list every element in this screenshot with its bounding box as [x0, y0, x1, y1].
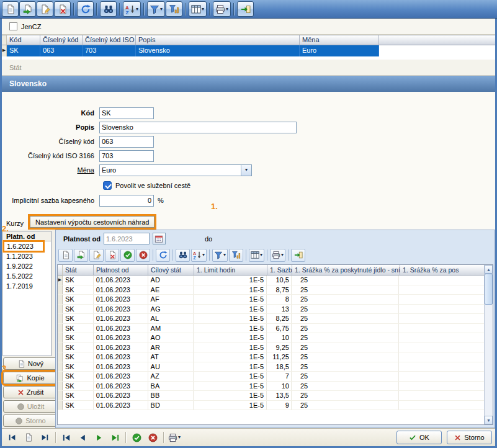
date-item[interactable]: 1.1.2023 [3, 251, 51, 261]
zrusit-button[interactable]: Zrušit [3, 386, 58, 398]
last-row-button[interactable] [107, 431, 122, 445]
nahrady-settings-button[interactable]: Nastavení výpočtu cestovních náhrad [30, 216, 154, 228]
detail-delete-button[interactable] [105, 249, 119, 262]
record-card-button[interactable] [21, 431, 36, 445]
table-row[interactable]: ▶SK01.06.2023AD1E-510,525 [58, 276, 484, 285]
detail-export-button[interactable] [291, 249, 305, 262]
scroll-down-button[interactable]: ▼ [485, 416, 493, 424]
grid-column-srazka-pos[interactable]: 1. Srážka % za pos [400, 265, 485, 276]
povolit-checkbox[interactable] [103, 181, 112, 190]
cell [399, 295, 484, 304]
vertical-scrollbar[interactable]: ▲ ▼ [484, 265, 493, 424]
detail-sort-button[interactable]: ▾ [191, 249, 207, 262]
table-row[interactable]: SK01.06.2023AL1E-58,2525 [58, 314, 484, 324]
grid-column-stat[interactable]: Stát [63, 265, 94, 276]
detail-new-button[interactable] [58, 249, 73, 262]
detail-confirm-button[interactable] [120, 249, 135, 262]
print-bottom-button[interactable]: ▾ [167, 431, 182, 445]
next-row-button[interactable] [91, 431, 106, 445]
detail-search-button[interactable] [176, 249, 190, 262]
grid-column-cilovy-stat[interactable]: Cílový stát [148, 265, 194, 276]
delete-record-button[interactable] [54, 1, 71, 17]
kopie-button[interactable]: Kopie [3, 372, 58, 384]
table-row[interactable]: SK01.06.2023AT1E-511,2525 [58, 352, 484, 362]
popis-input[interactable] [99, 122, 297, 133]
detail-edit-button[interactable] [89, 249, 104, 262]
column-header-kod[interactable]: Kód [7, 35, 40, 45]
ok-button[interactable]: OK [396, 431, 442, 444]
table-row[interactable]: SK01.06.2023BD1E-5925 [58, 401, 484, 411]
table-row[interactable]: ▶ SK 063 703 Slovensko Euro [2, 45, 495, 56]
next-record-button[interactable] [37, 431, 52, 445]
detail-columns-button[interactable]: ▾ [249, 249, 264, 262]
cancel-row-button[interactable] [145, 431, 160, 445]
sort-az-button[interactable]: ▾ [123, 1, 141, 17]
table-row[interactable]: SK01.06.2023AF1E-5825 [58, 295, 484, 305]
export-button[interactable] [237, 1, 254, 17]
print-button[interactable]: ▾ [213, 1, 231, 17]
prev-row-button[interactable] [75, 431, 90, 445]
cell: 13,5 [267, 391, 292, 400]
kapesne-input[interactable] [99, 195, 154, 207]
jencz-checkbox[interactable] [9, 22, 17, 30]
ulozit-label: Uložit [27, 403, 45, 410]
calendar-button[interactable] [153, 233, 166, 244]
filter-button[interactable]: ▾ [147, 1, 165, 17]
detail-cancel-button[interactable] [136, 249, 150, 262]
table-row[interactable]: SK01.06.2023AO1E-51025 [58, 333, 484, 343]
dates-column-header[interactable]: Platn. od [3, 231, 51, 241]
detail-refresh-button[interactable] [156, 249, 170, 262]
column-header-popis[interactable]: Popis [136, 35, 300, 45]
storno-button[interactable]: Storno [447, 431, 492, 444]
table-row[interactable]: SK01.06.2023BA1E-51025 [58, 382, 484, 392]
detail-open-button[interactable] [74, 249, 88, 262]
scroll-up-button[interactable]: ▲ [485, 265, 493, 274]
table-row[interactable]: SK01.06.2023BB1E-513,525 [58, 391, 484, 401]
date-item[interactable]: 1.5.2022 [3, 271, 51, 281]
iso-input[interactable] [99, 150, 154, 162]
first-row-button[interactable] [59, 431, 74, 445]
grid-column-limit-hodin[interactable]: 1. Limit hodin [194, 265, 267, 276]
binoculars-icon [179, 251, 187, 259]
cell: 25 [292, 333, 400, 343]
platnost-od-input[interactable] [104, 233, 150, 244]
columns-button[interactable]: ▾ [189, 1, 207, 17]
table-row[interactable]: SK01.06.2023AR1E-59,2525 [58, 343, 484, 353]
column-header-iso[interactable]: Číselný kód ISO 3166 [83, 35, 136, 45]
scrollbar-thumb[interactable] [485, 274, 493, 305]
date-item[interactable]: 1.7.2019 [3, 281, 51, 291]
column-header-ciselny-kod[interactable]: Číselný kód [40, 35, 83, 45]
date-item[interactable]: 1.6.2023 [4, 241, 43, 251]
new-record-button[interactable] [2, 1, 19, 17]
table-row[interactable]: SK01.06.2023AE1E-58,7525 [58, 285, 484, 295]
table-row[interactable]: SK01.06.2023AG1E-51325 [58, 305, 484, 315]
novy-button[interactable]: Nový [3, 357, 58, 370]
grid-column-platnost-od[interactable]: Platnost od [94, 265, 148, 276]
grid-column-sazba[interactable]: 1. Sazba [267, 265, 292, 276]
do-label: do [205, 235, 212, 243]
kod-input[interactable] [99, 107, 154, 119]
nav-last-icon [110, 433, 120, 442]
combo-dropdown-button[interactable]: ▾ [241, 165, 251, 176]
table-row[interactable]: SK01.06.2023AU1E-518,525 [58, 362, 484, 372]
grid-column-srazka-snidane[interactable]: 1. Srážka % za poskytnuté jídlo - snídan… [292, 265, 400, 276]
filter-wizard-button[interactable] [166, 1, 182, 17]
table-row[interactable]: SK01.06.2023AM1E-56,7525 [58, 324, 484, 334]
date-item[interactable]: 1.9.2022 [3, 261, 51, 271]
search-button[interactable] [100, 1, 117, 17]
confirm-row-button[interactable] [129, 431, 144, 445]
cell: 1E-5 [194, 343, 267, 352]
detail-filter-wizard-button[interactable] [229, 249, 243, 262]
toolbar-separator [288, 249, 289, 261]
open-record-button[interactable] [19, 1, 36, 17]
detail-filter-button[interactable]: ▾ [212, 249, 228, 262]
edit-record-button[interactable] [37, 1, 53, 17]
column-header-mena[interactable]: Měna [300, 35, 379, 45]
ciselny-kod-input[interactable] [99, 136, 154, 148]
refresh-button[interactable] [77, 1, 94, 17]
mena-select[interactable]: Euro ▾ [99, 164, 252, 176]
prev-record-button[interactable] [5, 431, 20, 445]
kurzy-tab[interactable]: Kurzy [6, 220, 24, 227]
detail-print-button[interactable]: ▾ [270, 249, 285, 262]
table-row[interactable]: SK01.06.2023AZ1E-5725 [58, 372, 484, 382]
